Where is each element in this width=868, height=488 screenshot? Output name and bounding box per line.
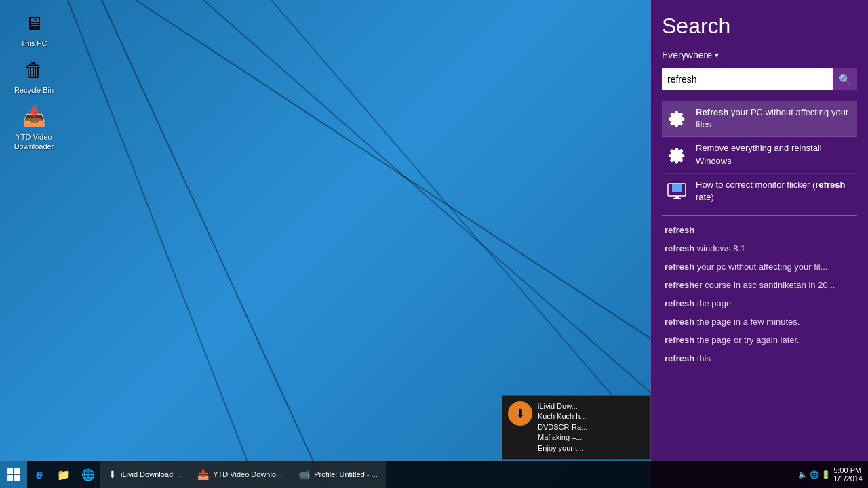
ilivid-icon: ⬇: [108, 469, 117, 480]
recycle-bin-label: Recycle Bin: [14, 86, 54, 95]
suggestion-refresh-page[interactable]: refresh the page: [662, 294, 857, 312]
ytd-taskbar-label: YTD Video Downlo...: [213, 470, 282, 479]
monitor-icon: [665, 179, 689, 203]
gear-icon-2: [665, 143, 689, 167]
search-box-row: 🔍: [662, 68, 857, 90]
suggestion-refresh-page-later[interactable]: refresh the page or try again later.: [662, 331, 857, 349]
search-result-text-3: How to correct monitor flicker (refresh …: [696, 179, 854, 203]
ytd-icon: 📥: [20, 103, 47, 130]
tray-icons: 🔈 🌐 🔋: [798, 470, 831, 479]
svg-rect-6: [672, 184, 682, 192]
start-button[interactable]: [0, 461, 27, 488]
notif-line-3: Mafiaking –...: [538, 432, 587, 443]
svg-rect-12: [14, 475, 20, 481]
search-result-remove-everything[interactable]: Remove everything and reinstall Windows: [662, 137, 857, 173]
svg-line-4: [68, 0, 258, 488]
taskbar-chrome-icon[interactable]: 🌐: [76, 461, 100, 488]
obs-taskbar-label: Profile: Untitled - ...: [314, 470, 378, 479]
taskbar-ie-icon[interactable]: e: [27, 461, 52, 488]
desktop-icon-recycle-bin[interactable]: 🗑 Recycle Bin: [7, 54, 61, 98]
svg-line-2: [271, 0, 651, 441]
search-result-text-1: Refresh your PC without affecting your f…: [696, 106, 854, 131]
this-pc-label: This PC: [20, 39, 47, 48]
suggestion-refresh[interactable]: refresh: [662, 221, 857, 239]
suggestion-refresh-page-minutes[interactable]: refresh the page in a few minutes.: [662, 312, 857, 331]
recycle-bin-icon: 🗑: [20, 56, 47, 83]
notification-popup[interactable]: ⬇ iLivid Dow... Kuch Kuch h... DVDSCR-Ra…: [502, 395, 651, 460]
svg-rect-7: [675, 196, 679, 198]
search-input[interactable]: [662, 68, 833, 90]
suggestion-refresh-windows[interactable]: refresh windows 8.1: [662, 239, 857, 258]
search-title: Search: [662, 14, 857, 39]
time: 5:00 PM: [833, 466, 861, 474]
svg-line-3: [102, 0, 326, 488]
svg-rect-10: [14, 468, 20, 474]
date: 1/1/2014: [833, 474, 863, 483]
system-tray: 🔈 🌐 🔋 5:00 PM 1/1/2014: [793, 466, 868, 483]
search-divider: [662, 215, 857, 216]
search-result-monitor-flicker[interactable]: How to correct monitor flicker (refresh …: [662, 174, 857, 209]
taskbar-ilivid-btn[interactable]: ⬇ iLivid Download ...: [100, 461, 189, 488]
suggestion-refresh-pc[interactable]: refresh your pc without affecting your f…: [662, 258, 857, 276]
search-button[interactable]: 🔍: [833, 68, 857, 90]
ytd-taskbar-icon: 📥: [197, 469, 209, 480]
svg-rect-9: [7, 468, 13, 474]
svg-rect-8: [673, 198, 681, 199]
taskbar-obs-btn[interactable]: 📹 Profile: Untitled - ...: [290, 461, 386, 488]
notif-line-1: Kuch Kuch h...: [538, 411, 587, 422]
chevron-down-icon: ▾: [715, 50, 719, 60]
taskbar-ytd-btn[interactable]: 📥 YTD Video Downlo...: [189, 461, 290, 488]
ytd-label: YTD VideoDownloader: [14, 133, 54, 150]
search-filter-label: Everywhere: [662, 49, 712, 60]
clock[interactable]: 5:00 PM 1/1/2014: [833, 466, 863, 483]
desktop: 🖥 This PC 🗑 Recycle Bin 📥 YTD VideoDownl…: [0, 0, 868, 488]
desktop-icon-this-pc[interactable]: 🖥 This PC: [7, 7, 61, 51]
desktop-icon-ytd[interactable]: 📥 YTD VideoDownloader: [7, 100, 61, 153]
svg-line-0: [136, 0, 651, 339]
taskbar: e 📁 🌐 ⬇ iLivid Download ... 📥 YTD Video …: [0, 461, 868, 488]
svg-rect-11: [7, 475, 13, 481]
notification-text: iLivid Dow... Kuch Kuch h... DVDSCR-Ra..…: [538, 401, 587, 453]
notif-line-appname: iLivid Dow...: [538, 401, 587, 411]
ilivid-label: iLivid Download ...: [121, 470, 181, 479]
svg-line-1: [203, 0, 651, 393]
notif-line-2: DVDSCR-Ra...: [538, 422, 587, 432]
search-filter-dropdown[interactable]: Everywhere ▾: [662, 49, 857, 60]
this-pc-icon: 🖥: [20, 9, 47, 37]
gear-icon-1: [665, 106, 689, 131]
suggestion-refresh-this[interactable]: refresh this: [662, 349, 857, 367]
suggestion-refresher-course[interactable]: refresher course in asc santiniketan in …: [662, 276, 857, 294]
search-panel: Search Everywhere ▾ 🔍 Refresh your PC wi…: [651, 0, 868, 488]
search-result-text-2: Remove everything and reinstall Windows: [696, 142, 854, 167]
notif-line-4: Enjoy your t...: [538, 443, 587, 453]
obs-taskbar-icon: 📹: [298, 469, 310, 480]
taskbar-file-explorer-icon[interactable]: 📁: [52, 461, 76, 488]
search-result-refresh-pc[interactable]: Refresh your PC without affecting your f…: [662, 101, 857, 137]
notification-app-icon: ⬇: [508, 401, 532, 426]
